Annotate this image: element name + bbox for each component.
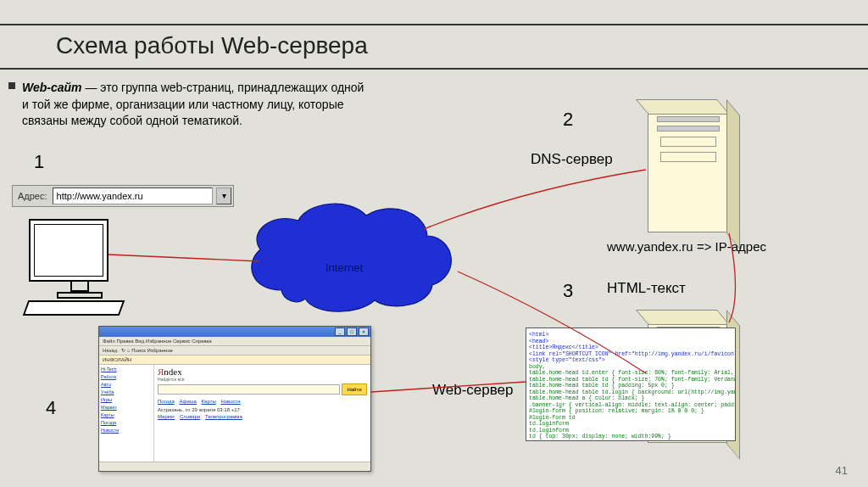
- status-bar: [99, 462, 370, 471]
- slide-number: 41: [836, 464, 848, 477]
- toolbar-row[interactable]: Назад · ↻ ⌂ Поиск Избранное: [99, 346, 370, 355]
- main-link[interactable]: Погода: [158, 399, 175, 404]
- window-min-icon[interactable]: _: [335, 327, 345, 336]
- main-link[interactable]: Новости: [220, 399, 240, 404]
- main-link[interactable]: Телепрограмма: [205, 414, 242, 419]
- side-link[interactable]: Карты: [101, 412, 152, 418]
- address-label: Адрес:: [13, 191, 53, 201]
- side-link[interactable]: Hi-Tech: [101, 367, 152, 372]
- yandex-logo: Яndex: [158, 367, 367, 377]
- slide-title: Схема работы Web-сервера: [0, 24, 868, 70]
- main-link[interactable]: Маркет: [158, 414, 175, 419]
- address-input[interactable]: http://www.yandex.ru: [53, 188, 213, 204]
- main-links-row: Погода Афиша Карты Новости: [158, 399, 367, 404]
- ip-label: www.yandex.ru => IP-адрес: [607, 239, 766, 254]
- menu-row[interactable]: Файл Правка Вид Избранное Сервис Справка: [99, 337, 370, 346]
- side-link[interactable]: Игры: [101, 397, 152, 403]
- description-term: Web-сайт: [22, 81, 82, 94]
- infoline-tab[interactable]: ИНФОЛАЙН: [99, 355, 370, 365]
- side-link[interactable]: Новости: [101, 428, 152, 434]
- main-link[interactable]: Афиша: [179, 399, 197, 404]
- logo-subtitle: Найдётся всё: [158, 377, 367, 382]
- svg-line-0: [108, 255, 259, 261]
- bullet-icon: [8, 82, 15, 89]
- main-links-row-2: Маркет Словари Телепрограмма: [158, 414, 367, 419]
- description-box: Web-сайт — это группа web-страниц, прина…: [10, 80, 366, 130]
- side-link[interactable]: Учёба: [101, 389, 152, 395]
- browser-main: Яndex Найдётся всё Найти Погода Афиша Ка…: [154, 365, 370, 472]
- side-link[interactable]: Маркет: [101, 405, 152, 411]
- main-link[interactable]: Карты: [202, 399, 216, 404]
- side-link[interactable]: Авто: [101, 382, 152, 388]
- step-3: 3: [563, 280, 573, 302]
- html-source-box: <html> <head> <title>Яндекс</title> <lin…: [526, 327, 736, 441]
- cloud-label: Internet: [326, 261, 363, 274]
- main-link[interactable]: Словари: [180, 414, 200, 419]
- client-computer-icon: [29, 219, 131, 321]
- search-input[interactable]: [158, 384, 340, 395]
- address-bar[interactable]: Адрес: http://www.yandex.ru ▾: [12, 185, 234, 207]
- window-titlebar: _ □ ×: [99, 327, 370, 337]
- dns-label: DNS-сервер: [531, 151, 613, 168]
- window-max-icon[interactable]: □: [347, 327, 357, 336]
- step-2: 2: [563, 109, 573, 131]
- window-close-icon[interactable]: ×: [359, 327, 369, 336]
- step-1: 1: [34, 151, 44, 173]
- address-dropdown-icon[interactable]: ▾: [216, 188, 231, 204]
- browser-sidebar: Hi-Tech Работа Авто Учёба Игры Маркет Ка…: [99, 365, 154, 472]
- web-server-label: Web-сервер: [432, 382, 513, 399]
- search-button[interactable]: Найти: [342, 383, 367, 395]
- internet-cloud: Internet: [239, 197, 459, 316]
- body-text: Астрахань, пт 29 апреля 03:18 +17: [158, 407, 367, 412]
- dns-server-icon: [648, 112, 729, 232]
- browser-window: _ □ × Файл Правка Вид Избранное Сервис С…: [98, 326, 371, 472]
- html-text-label: HTML-текст: [607, 280, 686, 297]
- side-link[interactable]: Погода: [101, 420, 152, 426]
- side-link[interactable]: Работа: [101, 374, 152, 380]
- step-4: 4: [46, 397, 56, 419]
